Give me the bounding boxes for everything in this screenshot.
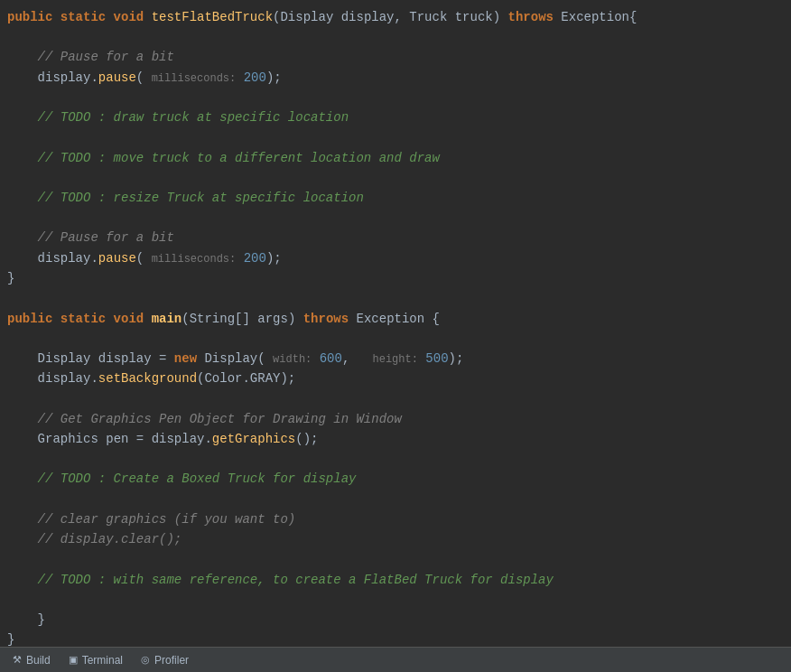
- code-line: Display display = new Display( width: 60…: [0, 349, 791, 369]
- code-editor: public static void testFlatBedTruck(Disp…: [0, 0, 791, 647]
- profiler-icon: ◎: [141, 654, 150, 666]
- code-line: [0, 88, 791, 107]
- terminal-icon: ▣: [69, 654, 78, 666]
- code-line: [0, 550, 791, 570]
- code-line: // Pause for a bit: [0, 47, 791, 67]
- code-line: [0, 128, 791, 148]
- code-line: display.setBackground(Color.GRAY);: [0, 369, 791, 388]
- code-line: public static void main(String[] args) t…: [0, 309, 791, 329]
- profiler-label: Profiler: [154, 654, 189, 667]
- build-label: Build: [26, 654, 51, 667]
- code-line: // display.clear();: [0, 529, 791, 549]
- bottom-tab-terminal[interactable]: ▣Terminal: [60, 648, 132, 672]
- code-line: public static void testFlatBedTruck(Disp…: [0, 7, 791, 27]
- code-line: display.pause( milliseconds: 200);: [0, 248, 791, 268]
- terminal-label: Terminal: [82, 654, 123, 667]
- code-line: // clear graphics (if you want to): [0, 509, 791, 529]
- code-line: }: [0, 610, 791, 630]
- code-line: [0, 168, 791, 188]
- code-line: [0, 389, 791, 409]
- code-line: display.pause( milliseconds: 200);: [0, 68, 791, 88]
- code-line: // TODO : Create a Boxed Truck for displ…: [0, 469, 791, 489]
- code-line: [0, 449, 791, 469]
- code-line: [0, 590, 791, 610]
- code-line: // Get Graphics Pen Object for Drawing i…: [0, 409, 791, 429]
- code-content: public static void testFlatBedTruck(Disp…: [0, 0, 791, 647]
- code-line: [0, 27, 791, 47]
- code-line: // TODO : move truck to a different loca…: [0, 148, 791, 168]
- code-line: Graphics pen = display.getGraphics();: [0, 429, 791, 449]
- code-line: }: [0, 268, 791, 288]
- code-line: [0, 289, 791, 309]
- code-line: // TODO : with same reference, to create…: [0, 570, 791, 590]
- code-line: [0, 208, 791, 228]
- bottom-bar: ⚒Build▣Terminal◎Profiler: [0, 647, 791, 672]
- code-line: // Pause for a bit: [0, 228, 791, 247]
- code-line: // TODO : draw truck at specific locatio…: [0, 107, 791, 127]
- build-icon: ⚒: [13, 654, 22, 666]
- code-line: }: [0, 630, 791, 647]
- bottom-tab-build[interactable]: ⚒Build: [4, 648, 60, 672]
- bottom-tab-profiler[interactable]: ◎Profiler: [132, 648, 198, 672]
- code-line: [0, 329, 791, 349]
- code-line: [0, 490, 791, 509]
- code-line: // TODO : resize Truck at specific locat…: [0, 188, 791, 208]
